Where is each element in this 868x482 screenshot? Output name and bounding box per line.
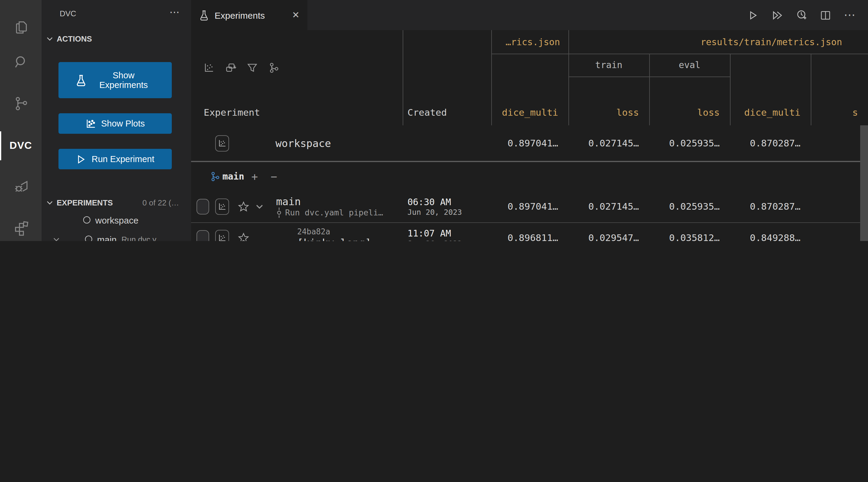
column-header-experiment[interactable]: Experiment [204, 107, 260, 118]
column-group-results-train-metrics-json[interactable]: results/train/metrics.json [568, 30, 868, 54]
cell-train-loss: 0.027145… [568, 125, 649, 161]
scatter-plot-icon [85, 118, 96, 129]
column-header-train-loss[interactable]: loss [568, 107, 649, 118]
cell-eval-loss: 0.025935… [649, 191, 730, 222]
flask-icon [199, 10, 209, 20]
editor-area: Experiments ✕ ⋯ [191, 0, 868, 241]
header-divider [730, 54, 731, 125]
branch-remove-button[interactable]: − [271, 170, 277, 183]
star-icon[interactable] [238, 232, 249, 241]
experiment-name: [kinky-long] [297, 236, 371, 241]
filter-icon[interactable] [247, 63, 257, 73]
table-row-main[interactable]: main Run dvc.yaml pipeli… 06:30 AMJun 20… [191, 191, 868, 223]
star-icon[interactable] [238, 201, 249, 212]
run-icon[interactable] [748, 10, 758, 20]
plot-toggle-button[interactable] [215, 198, 229, 215]
table-plots-icon[interactable] [204, 63, 214, 73]
subgroup-train[interactable]: train [568, 54, 649, 76]
flask-icon [75, 74, 87, 86]
sidebar-more-icon[interactable]: ⋯ [169, 6, 180, 19]
move-columns-icon[interactable] [225, 63, 236, 73]
activity-bar: DVC [0, 0, 41, 241]
commit-message: Run dvc.yaml pipeli… [276, 207, 383, 218]
editor-more-actions-icon[interactable]: ⋯ [844, 12, 856, 18]
bullet-circle-icon [83, 216, 90, 224]
tab-experiments[interactable]: Experiments ✕ [191, 0, 307, 30]
subgroup-eval[interactable]: eval [649, 54, 730, 76]
play-icon [76, 154, 86, 164]
tree-item-main[interactable]: main Run dvc.y… [41, 230, 191, 241]
row-checkbox[interactable] [196, 199, 209, 215]
row-label: workspace [276, 137, 331, 149]
column-header-created[interactable]: Created [407, 107, 447, 118]
run-experiment-button[interactable]: Run Experiment [59, 149, 172, 169]
header-divider [649, 54, 650, 125]
tab-bar: Experiments ✕ ⋯ [191, 0, 868, 30]
sidebar-title-label: DVC [60, 9, 76, 18]
cell-dice-multi-2: 0.870287… [730, 191, 811, 222]
header-divider [403, 30, 403, 125]
show-plots-button[interactable]: Show Plots [59, 113, 172, 134]
bullet-circle-icon [85, 235, 92, 241]
run-all-icon[interactable] [772, 10, 783, 20]
actions-section-header[interactable]: ACTIONS [41, 30, 191, 47]
chevron-down-icon [53, 235, 60, 241]
vertical-scrollbar[interactable] [860, 125, 868, 241]
cell-dice-multi: 0.897041… [491, 125, 568, 161]
column-header-eval-loss[interactable]: loss [649, 107, 730, 118]
show-experiments-button[interactable]: Show Experiments [59, 62, 172, 98]
header-divider [491, 54, 868, 54]
chevron-down-icon [46, 35, 54, 42]
run-debug-icon[interactable] [0, 172, 41, 201]
header-divider [568, 30, 569, 125]
source-control-icon[interactable] [0, 89, 41, 118]
extensions-icon[interactable] [0, 214, 41, 241]
row-label: main [276, 195, 383, 207]
cell-dice-multi-2: 0.870287… [730, 125, 811, 161]
chevron-down-icon [46, 198, 54, 206]
plot-toggle-button[interactable] [215, 230, 229, 241]
column-group-metrics-json[interactable]: …rics.json [491, 30, 568, 54]
vscode-window: DVC DVC ⋯ ACTIONS [0, 0, 868, 241]
split-editor-icon[interactable] [820, 10, 831, 20]
tree-item-workspace[interactable]: workspace [41, 211, 191, 229]
experiments-table-header: …rics.json results/train/metrics.json tr… [191, 30, 868, 127]
created-time: 06:30 AM [407, 197, 462, 207]
experiment-id: 24ba82a [297, 227, 371, 236]
git-commit-icon [276, 207, 282, 218]
header-divider [811, 54, 811, 125]
table-row-workspace[interactable]: workspace 0.897041… 0.027145… 0.025935… … [191, 125, 868, 162]
branch-name: main [222, 171, 244, 182]
column-header-truncated[interactable]: s [852, 107, 858, 118]
row-checkbox[interactable] [196, 230, 209, 241]
created-date: Jun 20, 2023 [407, 207, 462, 217]
search-icon[interactable] [0, 47, 41, 76]
editor-window-actions: ⋯ [748, 0, 856, 30]
dvc-icon[interactable]: DVC [0, 131, 41, 160]
header-divider [568, 76, 730, 77]
branch-row-main: main + − [191, 162, 868, 191]
experiments-count: 0 of 22 (… [143, 198, 179, 207]
chevron-down-icon[interactable] [255, 202, 264, 211]
cell-train-loss: 0.027145… [568, 191, 649, 222]
cell-eval-loss: 0.025935… [649, 125, 730, 161]
plot-toggle-button[interactable] [215, 135, 229, 151]
branch-add-button[interactable]: + [251, 170, 258, 183]
column-header-dice-multi-1[interactable]: dice_multi [491, 107, 568, 118]
git-branch-icon [210, 172, 220, 181]
dvc-sidebar: DVC ⋯ ACTIONS Show Experiments Show Plot… [41, 0, 191, 241]
queue-clock-icon[interactable] [796, 10, 807, 21]
table-row-experiment[interactable]: 24ba82a[kinky-long] 11:07 AMJun 26, 2023… [191, 223, 868, 241]
column-header-dice-multi-2[interactable]: dice_multi [730, 107, 811, 118]
experiments-section-header[interactable]: EXPERIMENTS 0 of 22 (… [41, 194, 191, 211]
sidebar-title: DVC ⋯ [41, 0, 191, 27]
tab-close-icon[interactable]: ✕ [292, 10, 300, 21]
explorer-icon[interactable] [0, 13, 41, 41]
branch-icon[interactable] [269, 63, 279, 73]
cell-dice-multi: 0.897041… [491, 191, 568, 222]
header-divider [491, 30, 492, 125]
